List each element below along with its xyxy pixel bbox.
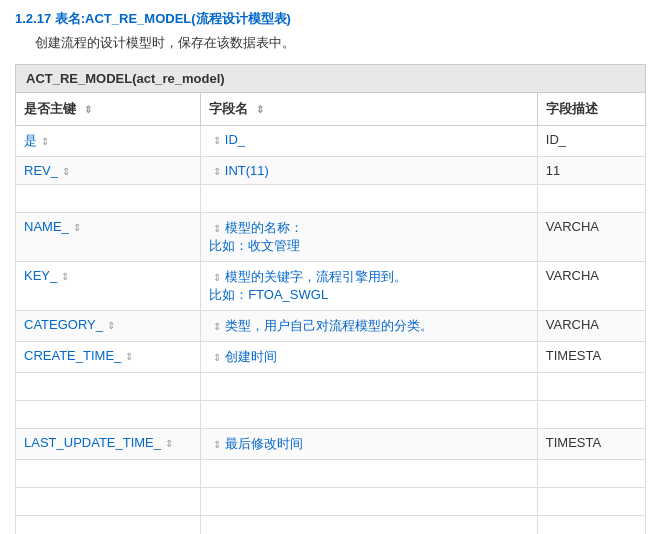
cell-desc: VARCHA (537, 311, 645, 342)
th-field: 字段名 ⇕ (201, 93, 538, 126)
cell-field: ⇕ INT(11) (201, 157, 538, 185)
table-row (16, 460, 646, 488)
th-desc: 字段描述 (537, 93, 645, 126)
cell-field: ⇕ 最后修改时间 (201, 429, 538, 460)
table-row (16, 488, 646, 516)
cell-pk: NAME_⇕ (16, 213, 201, 262)
sort-icon-field[interactable]: ⇕ (256, 104, 264, 115)
sort-icon-pk[interactable]: ⇕ (84, 104, 92, 115)
table-row (16, 373, 646, 401)
table-header-row: 是否主键 ⇕ 字段名 ⇕ 字段描述 (16, 93, 646, 126)
sort-icon-row-pk[interactable]: ⇕ (41, 136, 49, 147)
sort-icon-row-field[interactable]: ⇕ (213, 439, 221, 450)
sort-icon-row-field[interactable]: ⇕ (213, 321, 221, 332)
cell-desc: TIMESTA (537, 429, 645, 460)
table-row: 是⇕⇕ ID_ID_ (16, 126, 646, 157)
sort-icon-row-pk[interactable]: ⇕ (61, 271, 69, 282)
cell-pk: CREATE_TIME_⇕ (16, 342, 201, 373)
table-row: NAME_⇕⇕ 模型的名称：比如：收文管理VARCHA (16, 213, 646, 262)
cell-pk: LAST_UPDATE_TIME_⇕ (16, 429, 201, 460)
page-subtitle: 创建流程的设计模型时，保存在该数据表中。 (15, 34, 646, 52)
cell-pk: KEY_⇕ (16, 262, 201, 311)
table-row: KEY_⇕⇕ 模型的关键字，流程引擎用到。比如：FTOA_SWGLVARCHA (16, 262, 646, 311)
table-row: CREATE_TIME_⇕⇕ 创建时间TIMESTA (16, 342, 646, 373)
table-row: LAST_UPDATE_TIME_⇕⇕ 最后修改时间TIMESTA (16, 429, 646, 460)
cell-pk: CATEGORY_⇕ (16, 311, 201, 342)
table-row: CATEGORY_⇕⇕ 类型，用户自己对流程模型的分类。VARCHA (16, 311, 646, 342)
sort-icon-row-field[interactable]: ⇕ (213, 272, 221, 283)
page-title: 1.2.17 表名:ACT_RE_MODEL(流程设计模型表) (15, 10, 646, 28)
sort-icon-row-field[interactable]: ⇕ (213, 135, 221, 146)
cell-desc: VARCHA (537, 262, 645, 311)
sort-icon-row-pk[interactable]: ⇕ (165, 438, 173, 449)
th-pk: 是否主键 ⇕ (16, 93, 201, 126)
table-row: REV_⇕⇕ INT(11)11 (16, 157, 646, 185)
cell-field: ⇕ ID_ (201, 126, 538, 157)
sort-icon-row-pk[interactable]: ⇕ (107, 320, 115, 331)
sort-icon-row-pk[interactable]: ⇕ (73, 222, 81, 233)
sort-icon-row-pk[interactable]: ⇕ (125, 351, 133, 362)
sort-icon-row-pk[interactable]: ⇕ (62, 166, 70, 177)
cell-desc: VARCHA (537, 213, 645, 262)
page-container: 1.2.17 表名:ACT_RE_MODEL(流程设计模型表) 创建流程的设计模… (0, 0, 661, 534)
table-row (16, 185, 646, 213)
table-row (16, 516, 646, 535)
cell-desc: TIMESTA (537, 342, 645, 373)
cell-field: ⇕ 类型，用户自己对流程模型的分类。 (201, 311, 538, 342)
sort-icon-row-field[interactable]: ⇕ (213, 223, 221, 234)
sort-icon-row-field[interactable]: ⇕ (213, 166, 221, 177)
table-row (16, 401, 646, 429)
sort-icon-row-field[interactable]: ⇕ (213, 352, 221, 363)
cell-field: ⇕ 创建时间 (201, 342, 538, 373)
cell-desc: ID_ (537, 126, 645, 157)
cell-field: ⇕ 模型的关键字，流程引擎用到。比如：FTOA_SWGL (201, 262, 538, 311)
cell-field: ⇕ 模型的名称：比如：收文管理 (201, 213, 538, 262)
cell-pk: 是⇕ (16, 126, 201, 157)
data-table: 是否主键 ⇕ 字段名 ⇕ 字段描述 是⇕⇕ ID_ID_REV_⇕⇕ INT(1… (15, 92, 646, 534)
cell-desc: 11 (537, 157, 645, 185)
table-title: ACT_RE_MODEL(act_re_model) (15, 64, 646, 92)
cell-pk: REV_⇕ (16, 157, 201, 185)
